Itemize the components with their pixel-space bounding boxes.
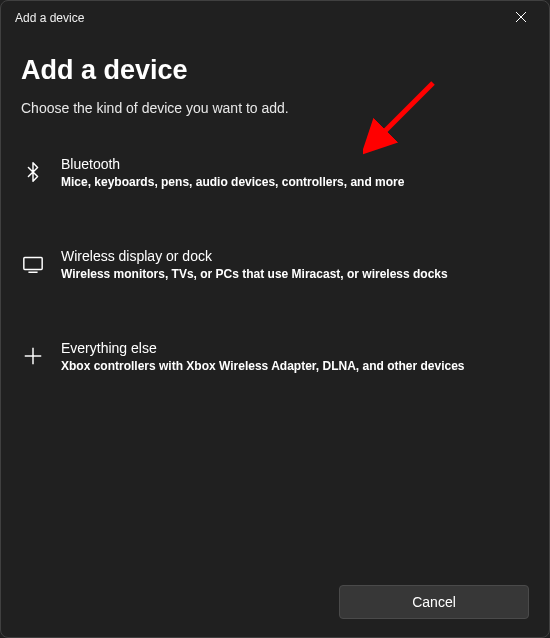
close-button[interactable]	[503, 4, 539, 32]
option-wireless-display[interactable]: Wireless display or dock Wireless monito…	[21, 238, 529, 292]
option-desc: Mice, keyboards, pens, audio devices, co…	[61, 174, 527, 190]
close-icon	[515, 9, 527, 27]
option-title: Wireless display or dock	[61, 248, 527, 264]
titlebar: Add a device	[1, 1, 549, 35]
option-desc: Wireless monitors, TVs, or PCs that use …	[61, 266, 527, 282]
cancel-button[interactable]: Cancel	[339, 585, 529, 619]
option-text: Everything else Xbox controllers with Xb…	[61, 340, 527, 374]
option-title: Everything else	[61, 340, 527, 356]
option-text: Bluetooth Mice, keyboards, pens, audio d…	[61, 156, 527, 190]
option-bluetooth[interactable]: Bluetooth Mice, keyboards, pens, audio d…	[21, 146, 529, 200]
dialog-footer: Cancel	[1, 569, 549, 637]
option-title: Bluetooth	[61, 156, 527, 172]
option-text: Wireless display or dock Wireless monito…	[61, 248, 527, 282]
option-everything-else[interactable]: Everything else Xbox controllers with Xb…	[21, 330, 529, 384]
monitor-icon	[21, 252, 45, 276]
svg-rect-2	[24, 258, 42, 270]
bluetooth-icon	[21, 160, 45, 184]
page-title: Add a device	[21, 55, 529, 86]
option-desc: Xbox controllers with Xbox Wireless Adap…	[61, 358, 527, 374]
plus-icon	[21, 344, 45, 368]
dialog-content: Add a device Choose the kind of device y…	[1, 35, 549, 385]
page-subtitle: Choose the kind of device you want to ad…	[21, 100, 529, 116]
window-title: Add a device	[15, 11, 84, 25]
